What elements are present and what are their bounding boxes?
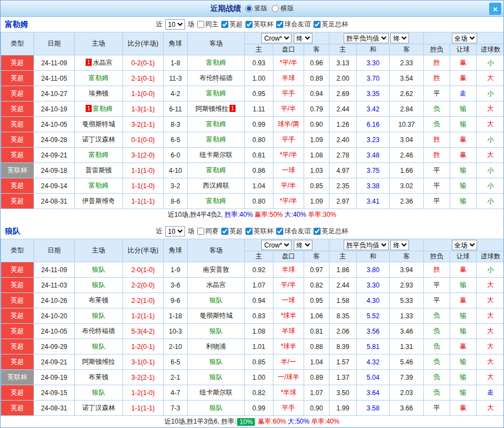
- asian-home-odds-cell: 0.95: [245, 86, 273, 102]
- asian-handicap-cell: *球半: [273, 339, 304, 354]
- team-label: 伊普斯维奇: [82, 197, 115, 205]
- europe-draw-odds-cell: 3.41: [357, 194, 390, 209]
- league-filter[interactable]: 球会友谊: [276, 227, 311, 236]
- league-filter[interactable]: 英联杯: [245, 20, 273, 29]
- league-checkbox[interactable]: [313, 228, 321, 235]
- same-filter-checkbox[interactable]: [197, 21, 204, 28]
- match-row: 英超24-08-31伊普斯维奇1-1(1-1)8-6富勒姆0.80*平/半1.0…: [1, 194, 504, 209]
- league-label: 英联杯: [254, 227, 273, 236]
- league-type-cell: 英超: [1, 308, 34, 324]
- handicap-result-cell: 输: [450, 354, 477, 370]
- team-label: 富勒姆: [89, 151, 109, 159]
- asian-home-odds-cell: 1.01: [245, 339, 273, 354]
- europe-draw-odds-cell: 3.30: [357, 278, 390, 293]
- asian-away-odds-cell: 0.97: [304, 262, 329, 278]
- europe-draw-odds-cell: 3.38: [357, 178, 390, 194]
- summary-part: 胜率:40%: [225, 210, 253, 219]
- league-filter[interactable]: 球会友谊: [276, 20, 311, 29]
- europe-away-odds-cell: 10.37: [390, 117, 424, 132]
- league-type-cell: 英超: [1, 55, 34, 71]
- asian-odds-time-select[interactable]: 终: [294, 33, 312, 43]
- league-checkbox[interactable]: [313, 21, 321, 28]
- match-count-select[interactable]: 10: [165, 226, 185, 236]
- asian-away-odds-cell: 0.81: [304, 324, 329, 339]
- goals-result-cell: 小: [477, 86, 504, 102]
- europe-draw-odds-cell: 3.42: [357, 102, 390, 117]
- league-filter[interactable]: 英超: [221, 20, 243, 29]
- same-filter-checkbox[interactable]: [197, 228, 204, 235]
- home-team-cell: 布莱顿: [75, 293, 123, 308]
- league-checkbox[interactable]: [245, 21, 253, 28]
- handicap-result-cell: 赢: [450, 293, 477, 308]
- bookmaker-select[interactable]: Crow*: [261, 240, 292, 250]
- team-label: 普雷斯顿: [86, 166, 112, 174]
- scope-select[interactable]: 全场: [452, 33, 477, 43]
- layout-horizontal-radio[interactable]: [272, 5, 279, 12]
- league-filter[interactable]: 英超: [221, 227, 243, 236]
- match-count-select[interactable]: 10: [165, 19, 185, 30]
- asian-home-odds-cell: 0.94: [245, 293, 273, 308]
- match-result-cell: 负: [424, 308, 450, 324]
- europe-draw-odds-cell: 3.56: [357, 324, 390, 339]
- team-label: 富勒姆: [206, 197, 226, 205]
- asian-odds-time-select[interactable]: 终: [294, 240, 312, 250]
- layout-horizontal-option[interactable]: 横版: [272, 4, 294, 13]
- layout-vertical-option[interactable]: 竖版: [245, 4, 267, 13]
- col-europe-draw: 和: [357, 251, 390, 262]
- team-name: 狼队: [5, 227, 20, 236]
- title-group: 近期战绩 竖版 横版: [210, 4, 294, 14]
- goals-result-cell: 小: [477, 55, 504, 71]
- corner-cell: 6-5: [164, 132, 188, 148]
- scope-select[interactable]: 全场: [452, 240, 477, 250]
- league-checkbox[interactable]: [221, 21, 228, 28]
- home-team-cell: 1富勒姆: [75, 102, 123, 117]
- bookmaker-select[interactable]: Crow*: [261, 33, 292, 43]
- score-cell: 2-2(1-0): [123, 293, 164, 308]
- asian-away-odds-cell: 0.89: [304, 370, 329, 385]
- league-filter[interactable]: 英联杯: [245, 227, 273, 236]
- europe-home-odds-cell: 1.58: [329, 293, 357, 308]
- league-filter[interactable]: 英足总杯: [313, 227, 348, 236]
- corner-cell: 6-5: [164, 354, 188, 370]
- close-button[interactable]: ×: [489, 3, 501, 15]
- col-home: 主场: [75, 32, 123, 55]
- europe-away-odds-cell: 3.46: [390, 324, 424, 339]
- team-label: 狼队: [210, 358, 223, 365]
- asian-home-odds-cell: 0.92: [245, 262, 273, 278]
- date-cell: 24-08-31: [34, 194, 75, 209]
- handicap-result-cell: 输: [450, 117, 477, 132]
- goals-result-cell: 小: [477, 262, 504, 278]
- europe-away-odds-cell: 7.39: [390, 370, 424, 385]
- europe-odds-time-select[interactable]: 终: [390, 240, 409, 250]
- score-cell: 3-1(2-0): [123, 148, 164, 163]
- near-label: 近: [156, 20, 163, 29]
- home-team-cell: 狼队: [75, 385, 123, 401]
- league-checkbox[interactable]: [221, 228, 228, 235]
- away-team-cell: 富勒姆: [188, 163, 245, 178]
- league-checkbox[interactable]: [276, 21, 283, 28]
- col-goals-result: 进球数: [477, 44, 504, 55]
- result-group-header: 全场: [424, 32, 504, 44]
- team-label: 曼彻斯特城: [200, 312, 233, 319]
- date-cell: 24-09-21: [34, 148, 75, 163]
- away-team-cell: 利物浦: [188, 339, 245, 354]
- layout-vertical-radio[interactable]: [245, 5, 253, 12]
- europe-odds-select[interactable]: 胜平负均值: [344, 33, 389, 43]
- europe-draw-odds-cell: 3.30: [357, 55, 390, 71]
- europe-odds-select[interactable]: 胜平负均值: [344, 240, 389, 250]
- europe-away-odds-cell: 2.46: [390, 148, 424, 163]
- same-filter[interactable]: 同赛: [197, 227, 219, 236]
- league-filter[interactable]: 英足总杯: [313, 20, 348, 29]
- date-cell: 24-10-19: [34, 102, 75, 117]
- team-label: 富勒姆: [89, 182, 109, 189]
- league-checkbox[interactable]: [245, 228, 253, 235]
- same-filter[interactable]: 同主: [197, 20, 219, 29]
- europe-odds-time-select[interactable]: 终: [390, 33, 409, 43]
- handicap-result-cell: 输: [450, 385, 477, 401]
- league-type-cell: 英超: [1, 194, 34, 209]
- europe-home-odds-cell: 2.97: [329, 194, 357, 209]
- league-checkbox[interactable]: [276, 228, 283, 235]
- col-away: 客场: [188, 239, 245, 262]
- match-result-cell: 平: [424, 194, 450, 209]
- score-cell: 3-2(1-1): [123, 117, 164, 132]
